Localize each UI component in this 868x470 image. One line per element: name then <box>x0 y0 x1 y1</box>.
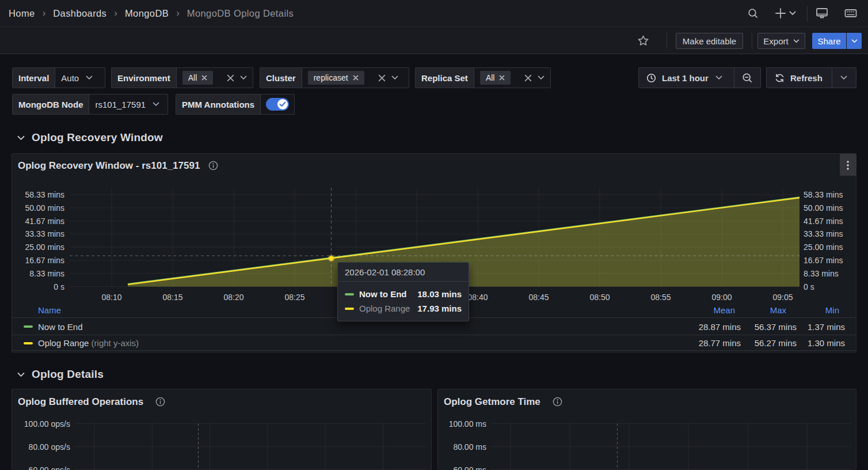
svg-text:08:50: 08:50 <box>589 293 610 302</box>
svg-text:25.00 mins: 25.00 mins <box>804 242 843 252</box>
svg-text:0 s: 0 s <box>54 282 64 291</box>
svg-text:33.33 mins: 33.33 mins <box>804 229 843 238</box>
svg-text:41.67 mins: 41.67 mins <box>804 217 843 226</box>
svg-text:08:40: 08:40 <box>467 293 488 302</box>
svg-text:0 s: 0 s <box>804 282 814 291</box>
svg-text:80.00 ms: 80.00 ms <box>453 442 486 452</box>
svg-text:100.00 ops/s: 100.00 ops/s <box>24 419 70 429</box>
svg-text:08:15: 08:15 <box>162 293 182 302</box>
svg-text:8.33 mins: 8.33 mins <box>804 269 839 278</box>
svg-text:08:20: 08:20 <box>223 293 243 302</box>
svg-text:16.67 mins: 16.67 mins <box>25 256 64 265</box>
svg-text:08:45: 08:45 <box>528 293 549 302</box>
svg-text:08:55: 08:55 <box>650 293 671 302</box>
svg-text:80.00 ops/s: 80.00 ops/s <box>29 442 70 452</box>
svg-text:09:05: 09:05 <box>772 293 793 302</box>
svg-text:33.33 mins: 33.33 mins <box>25 229 64 238</box>
svg-text:09:00: 09:00 <box>711 293 732 302</box>
svg-text:41.67 mins: 41.67 mins <box>25 217 64 226</box>
svg-text:08:10: 08:10 <box>101 293 121 302</box>
svg-text:50.00 mins: 50.00 mins <box>804 203 843 213</box>
svg-text:25.00 mins: 25.00 mins <box>25 242 64 252</box>
svg-text:16.67 mins: 16.67 mins <box>804 256 843 265</box>
svg-text:60.00 ms: 60.00 ms <box>453 465 486 470</box>
svg-text:58.33 mins: 58.33 mins <box>804 190 843 199</box>
svg-text:100.00 ms: 100.00 ms <box>449 419 486 429</box>
svg-text:50.00 mins: 50.00 mins <box>25 203 64 213</box>
svg-text:08:25: 08:25 <box>284 293 304 302</box>
svg-text:58.33 mins: 58.33 mins <box>25 190 64 199</box>
svg-text:8.33 mins: 8.33 mins <box>29 269 64 278</box>
svg-text:60.00 ops/s: 60.00 ops/s <box>29 465 70 470</box>
